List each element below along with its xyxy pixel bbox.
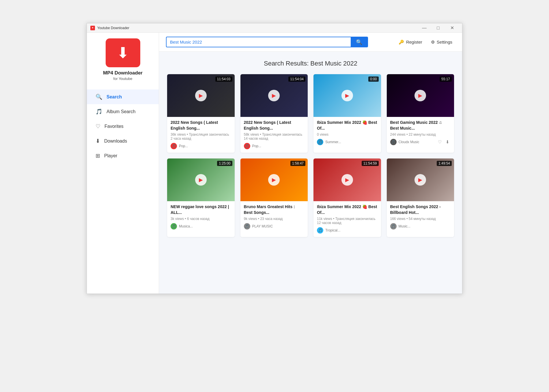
video-thumbnail: ▶ 1:49:54 <box>387 158 454 201</box>
channel-name: Pop... <box>179 144 188 148</box>
maximize-button[interactable]: □ <box>432 23 445 33</box>
search-button-icon: 🔍 <box>356 39 362 45</box>
sidebar-item-player[interactable]: ⊞ Player <box>87 148 159 163</box>
video-meta: 11k views • Трансляция закончилась 12 ча… <box>317 217 378 225</box>
video-card[interactable]: ▶ 1:58:47 Bruno Mars Greatest Hits : Bes… <box>240 158 308 237</box>
play-icon: ▶ <box>195 90 207 101</box>
channel-avatar: 🎵 <box>244 223 250 229</box>
video-thumbnail: ▶ 11:54:03 <box>167 74 235 117</box>
settings-label: Settings <box>437 40 452 44</box>
close-button[interactable]: ✕ <box>445 23 459 33</box>
main-content: 🔍 🔑 Register ⚙ Settings Search Results <box>159 33 462 294</box>
video-duration: 1:49:54 <box>437 161 452 166</box>
content-area: Search Results: Best Music 2022 ▶ 11:54:… <box>159 52 462 294</box>
search-button[interactable]: 🔍 <box>351 37 367 47</box>
video-card[interactable]: ▶ 1:49:54 Best English Songs 2022 - Bill… <box>387 158 454 237</box>
favorites-nav-icon: ♡ <box>96 123 100 130</box>
download-button[interactable]: ⬇ <box>445 139 451 145</box>
titlebar: Youtube Downloader — □ ✕ <box>87 23 462 33</box>
logo-icon: ⬇ <box>117 44 129 61</box>
sidebar-item-downloads[interactable]: ⬇ Downloads <box>87 134 159 148</box>
play-icon: ▶ <box>268 90 280 101</box>
settings-icon: ⚙ <box>431 40 435 45</box>
settings-button[interactable]: ⚙ Settings <box>428 38 455 46</box>
video-meta: 3k views • 6 часов назад <box>171 217 231 221</box>
video-title: Best English Songs 2022 - Billboard Hot.… <box>390 204 451 215</box>
window-controls: — □ ✕ <box>418 23 459 33</box>
video-channel: 🎵 Musica... <box>171 223 193 229</box>
video-info: Ibiza Summer Mix 2022 🍓 Best Of... 0 vie… <box>313 117 381 149</box>
sidebar-item-favorites-label: Favorites <box>104 124 124 129</box>
app-icon <box>90 26 95 30</box>
sidebar-item-album-search[interactable]: 🎵 Album Search <box>87 104 159 119</box>
video-title: NEW reggae love songs 2022 | ALL... <box>171 204 231 215</box>
video-title: 2022 New Songs ( Latest English Song... <box>171 120 231 131</box>
video-channel-row: 🎵 Tropical... <box>317 227 378 234</box>
video-card[interactable]: ▶ 11:54:04 2022 New Songs ( Latest Engli… <box>240 74 308 153</box>
app-name: MP4 Downloader <box>103 70 143 76</box>
video-meta: 244 views • 22 минуты назад <box>390 132 451 137</box>
channel-avatar: 🎵 <box>317 227 323 234</box>
video-card[interactable]: ▶ 55:17 Best Gaming Music 2022 ♫ Best Mu… <box>387 74 454 153</box>
sidebar-item-search[interactable]: 🔍 Search <box>87 89 159 104</box>
video-channel-row: 🎵 Pop... <box>171 143 231 149</box>
video-duration: 55:17 <box>440 76 452 82</box>
video-title: Best Gaming Music 2022 ♫ Best Music... <box>390 120 451 131</box>
favorite-button[interactable]: ♡ <box>437 139 443 145</box>
video-duration: 1:25:00 <box>217 161 232 166</box>
search-input[interactable] <box>167 37 351 47</box>
album-search-nav-icon: 🎵 <box>96 108 102 115</box>
app-logo: ⬇ <box>106 38 140 67</box>
video-channel-row: 🎵 Musica... <box>171 223 231 229</box>
video-card[interactable]: ▶ 11:54:03 2022 New Songs ( Latest Engli… <box>167 74 235 153</box>
video-meta: 9k views • 23 часа назад <box>244 217 305 221</box>
video-thumbnail: ▶ 11:54:59 <box>313 158 381 201</box>
video-title: Ibiza Summer Mix 2022 🍓 Best Of... <box>317 120 378 131</box>
channel-name: Pop... <box>252 144 261 148</box>
video-channel-row: 🎵 PLAY MUSIC <box>244 223 305 229</box>
app-body: ⬇ MP4 Downloader for Youtube 🔍 Search 🎵 … <box>87 33 462 294</box>
video-channel: 🎵 Tropical... <box>317 227 340 234</box>
video-meta: 166 views • 54 минуты назад <box>390 217 451 221</box>
video-thumbnail: ▶ 55:17 <box>387 74 454 117</box>
sidebar-item-favorites[interactable]: ♡ Favorites <box>87 119 159 134</box>
player-nav-icon: ⊞ <box>96 152 100 159</box>
video-title: Bruno Mars Greatest Hits : Best Songs... <box>244 204 305 215</box>
register-icon: 🔑 <box>399 40 404 45</box>
video-channel: 🎵 Cloudx Music <box>390 139 419 145</box>
channel-name: Tropical... <box>325 228 340 232</box>
video-duration: 11:54:04 <box>288 76 305 82</box>
play-icon: ▶ <box>195 174 207 186</box>
video-actions: ♡ ⬇ <box>437 139 451 145</box>
video-channel: 🎵 Summer... <box>317 139 341 145</box>
register-button[interactable]: 🔑 Register <box>396 38 425 46</box>
titlebar-left: Youtube Downloader <box>90 26 129 30</box>
video-info: Ibiza Summer Mix 2022 🍓 Best Of... 11k v… <box>313 201 381 237</box>
video-meta: 36k views • Трансляция закончилась 2 час… <box>171 132 231 141</box>
channel-avatar: 🎵 <box>171 223 177 229</box>
search-box: 🔍 <box>166 37 368 47</box>
channel-name: Cloudx Music <box>399 140 419 144</box>
channel-avatar: 🎵 <box>390 223 397 229</box>
video-thumbnail: ▶ 0:00 <box>313 74 381 117</box>
sidebar: ⬇ MP4 Downloader for Youtube 🔍 Search 🎵 … <box>87 33 159 294</box>
video-card[interactable]: ▶ 1:25:00 NEW reggae love songs 2022 | A… <box>167 158 235 237</box>
video-card[interactable]: ▶ 11:54:59 Ibiza Summer Mix 2022 🍓 Best … <box>313 158 381 237</box>
video-info: 2022 New Songs ( Latest English Song... … <box>167 117 235 153</box>
video-channel: 🎵 PLAY MUSIC <box>244 223 273 229</box>
video-card[interactable]: ▶ 0:00 Ibiza Summer Mix 2022 🍓 Best Of..… <box>313 74 381 153</box>
results-title: Search Results: Best Music 2022 <box>167 60 454 67</box>
channel-name: Music... <box>399 224 410 228</box>
video-duration: 0:00 <box>368 76 378 82</box>
video-channel-row: 🎵 Cloudx Music ♡ ⬇ <box>390 139 451 145</box>
video-meta: 58k views • Трансляция закончилась 14 ча… <box>244 132 305 141</box>
channel-avatar: 🎵 <box>390 139 397 145</box>
video-info: 2022 New Songs ( Latest English Song... … <box>240 117 308 153</box>
sidebar-item-search-label: Search <box>107 94 122 100</box>
video-thumbnail: ▶ 11:54:04 <box>240 74 308 117</box>
app-subtitle: for Youtube <box>113 76 132 81</box>
minimize-button[interactable]: — <box>418 23 431 33</box>
video-channel-row: 🎵 Summer... <box>317 139 378 145</box>
video-duration: 11:54:03 <box>215 76 232 82</box>
video-duration: 1:58:47 <box>290 161 305 166</box>
